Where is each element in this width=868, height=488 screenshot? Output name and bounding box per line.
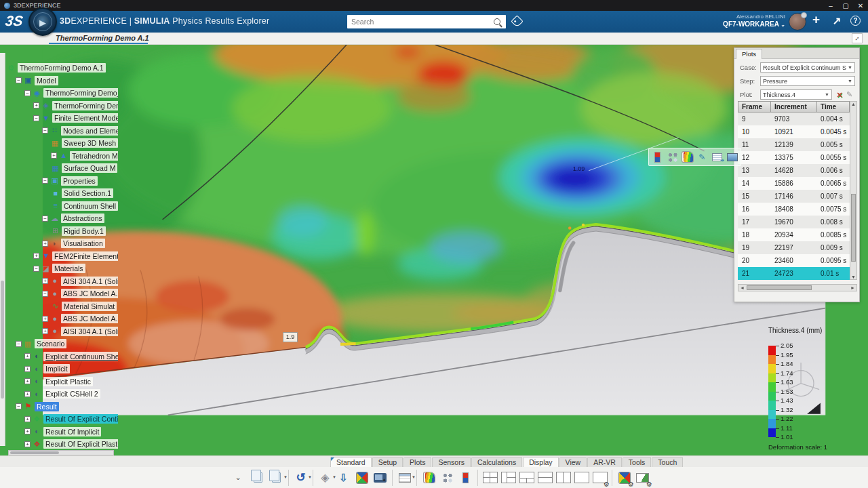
tree-item-label[interactable]: Explicit Plastic [43, 377, 93, 386]
legend-toggle-icon[interactable] [457, 469, 474, 486]
layout-hsplit-icon[interactable] [536, 469, 553, 486]
list-editor-icon[interactable]: ▼ [396, 469, 413, 486]
tree-item-label[interactable]: Materials [52, 264, 85, 273]
tree-item[interactable]: +●ABS JC Model A.1 ( [42, 312, 118, 325]
tree-expander-plus-icon[interactable]: + [24, 391, 31, 397]
tree-item-label[interactable]: Material Simulat [62, 302, 117, 311]
search-icon[interactable] [494, 18, 500, 25]
tree-item[interactable]: ∿Material Simulat [51, 300, 117, 312]
table-row[interactable]: 12133750.0055 s [738, 151, 850, 164]
copy-icon[interactable] [250, 469, 267, 486]
capture-icon[interactable] [372, 469, 389, 486]
tree-expander-plus-icon[interactable]: + [33, 102, 39, 108]
tree-expander-plus-icon[interactable]: + [24, 428, 31, 434]
tree-item-label[interactable]: AISI 304 A.1 (Solid [61, 277, 118, 286]
viewport-floating-toolbar[interactable]: ✎ [648, 148, 741, 166]
scrollbar-thumb[interactable] [10, 451, 59, 454]
tree-item-label[interactable]: Tetrahedron Me [70, 151, 118, 161]
tree-item[interactable]: ≡Continuum Shell [51, 200, 118, 212]
tree-expander-plus-icon[interactable]: + [24, 353, 31, 359]
tree-item-label[interactable]: Abstractions [61, 214, 104, 223]
tree-item-label[interactable]: Result Of Explicit Continu [43, 414, 118, 424]
tree-item[interactable]: +◐Result Of Implicit [24, 426, 101, 438]
tree-expander-plus-icon[interactable]: + [24, 416, 31, 422]
tree-item-label[interactable]: ABS JC Model A.1 ( [61, 289, 118, 298]
tree-item[interactable]: ▦Surface Quad M [51, 162, 117, 174]
symbol-plot-icon[interactable] [439, 469, 456, 486]
tree-item[interactable]: +❖Result Of Explicit Plastic [24, 438, 118, 450]
tree-expander-minus-icon[interactable]: − [16, 341, 22, 347]
tree-expander-plus-icon[interactable]: + [33, 253, 39, 259]
tree-expander-plus-icon[interactable]: + [42, 278, 48, 284]
3d-compass[interactable]: ▶ [28, 7, 57, 36]
tree-expander-minus-icon[interactable]: − [42, 178, 48, 184]
tree-item-label[interactable]: Finite Element Model0 [52, 113, 118, 123]
plots-panel[interactable]: Plots Case:Result Of Explicit Continuum … [734, 47, 860, 302]
layout-vsplit-icon[interactable] [555, 469, 572, 486]
layout-settings-icon[interactable] [591, 469, 608, 486]
image-settings-icon[interactable] [634, 469, 651, 486]
dropdown-plot[interactable]: Thickness.4▼ [760, 89, 832, 100]
export-table-icon[interactable] [711, 150, 724, 163]
layout-single-icon[interactable] [573, 469, 590, 486]
tree-item-label[interactable]: Scenario [35, 339, 66, 348]
tree-item-label[interactable]: Solid Section.1 [62, 188, 113, 198]
tree-item[interactable]: −☁Abstractions [42, 212, 104, 224]
new-tab-button[interactable]: + [125, 34, 130, 43]
tree-item[interactable]: +◐Implicit [24, 363, 70, 375]
table-row[interactable]: 21247230.01 s [738, 267, 850, 280]
results-cube-icon[interactable] [353, 469, 370, 486]
3d-viewport[interactable]: 1.09 ⚙ThermoForming Demo A.1−▣Model−◉The… [0, 45, 868, 455]
tab-standard[interactable]: Standard [330, 457, 372, 468]
plot-settings-icon[interactable] [616, 469, 633, 486]
tree-item[interactable]: +▼FEM2Finite Element M [33, 250, 118, 262]
tree-item-label[interactable]: ThermoForming Demo A.1 [18, 63, 106, 73]
tree-expander-minus-icon[interactable]: − [16, 403, 22, 409]
user-block[interactable]: Alessandro BELLINI QF7-WORKAREA ⌄ [723, 14, 785, 28]
tree-item-label[interactable]: Nodes and Element [61, 126, 118, 136]
tree-item[interactable]: −⚑Result [16, 401, 59, 413]
paste-icon[interactable]: ▼ [268, 469, 285, 486]
scroll-left-icon[interactable]: ◄ [740, 285, 745, 290]
dropdown-case[interactable]: Result Of Explicit Continuum Shell▼ [760, 62, 855, 73]
tree-item-label[interactable]: Explicit Continuum Shell [43, 352, 118, 361]
table-vertical-scrollbar[interactable]: ▲ ▼ [850, 101, 857, 280]
table-row[interactable]: 20234600.0095 s [738, 254, 850, 267]
table-row[interactable]: 15171460.007 s [738, 190, 850, 203]
scrollbar-thumb[interactable] [1, 281, 4, 399]
tree-item[interactable]: +◈ThermoForming Demo [33, 100, 118, 112]
close-button[interactable]: ✕ [853, 2, 868, 9]
play-icon[interactable]: ▶ [37, 16, 49, 28]
table-row[interactable]: 18209340.0085 s [738, 228, 850, 241]
table-row[interactable]: 17196700.008 s [738, 216, 850, 228]
scrollbar-thumb[interactable] [851, 194, 856, 262]
tab-plots[interactable]: Plots [403, 457, 431, 468]
tree-vertical-scrollbar[interactable] [0, 53, 5, 446]
tree-item-label[interactable]: Explicit CSHell 2 [43, 389, 100, 399]
scroll-down-icon[interactable]: ▼ [850, 274, 856, 279]
tree-item-label[interactable]: Rigid Body.1 [62, 226, 106, 236]
tab-plots[interactable]: Plots [736, 49, 762, 59]
layout-left-split-icon[interactable] [500, 469, 517, 486]
workspace-selector[interactable]: QF7-WORKAREA ⌄ [723, 20, 785, 28]
symbol-plot-icon[interactable] [666, 150, 679, 163]
tree-item[interactable]: +❖Result Of Explicit Continu [24, 413, 118, 425]
tab-tools[interactable]: Tools [623, 457, 652, 468]
add-button[interactable]: + [812, 12, 820, 27]
tree-expander-minus-icon[interactable]: − [33, 266, 39, 272]
tab-touch[interactable]: Touch [652, 457, 683, 468]
table-row[interactable]: 11121390.005 s [738, 138, 850, 151]
frame-table[interactable]: FrameIncrementTime 997030.004 s10109210.… [738, 101, 850, 280]
share-icon[interactable]: ↗ [833, 15, 842, 27]
table-row[interactable]: 14158860.0065 s [738, 177, 850, 190]
tree-horizontal-scrollbar[interactable] [8, 450, 114, 455]
tree-expander-plus-icon[interactable]: + [42, 241, 48, 247]
tree-item[interactable]: +◐Explicit Continuum Shell [24, 350, 118, 363]
tree-expander-plus-icon[interactable]: + [42, 316, 48, 322]
tree-expander-minus-icon[interactable]: − [33, 115, 39, 121]
model-tree[interactable]: ⚙ThermoForming Demo A.1−▣Model−◉ThermoFo… [0, 52, 118, 455]
tree-item[interactable]: −◪Materials [33, 262, 85, 274]
minimize-button[interactable]: – [823, 2, 838, 9]
tree-expander-minus-icon[interactable]: − [16, 77, 22, 83]
tree-expander-plus-icon[interactable]: + [42, 328, 48, 334]
